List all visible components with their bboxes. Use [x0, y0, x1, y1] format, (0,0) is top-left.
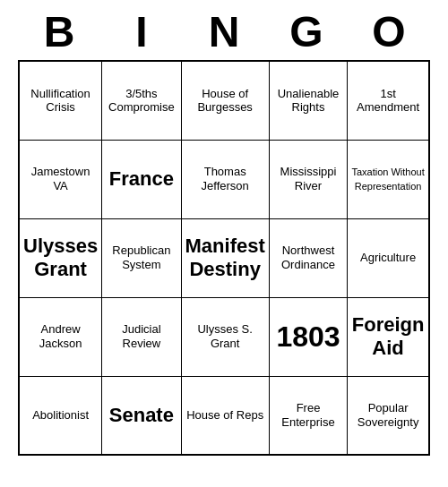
- cell-r4-c4: Popular Sovereignty: [348, 376, 429, 455]
- cell-r4-c3: Free Enterprise: [269, 376, 347, 455]
- cell-r1-c3: Mississippi River: [269, 140, 347, 218]
- cell-r2-c2: Manifest Destiny: [181, 218, 269, 297]
- cell-r0-c3: Unalienable Rights: [269, 61, 347, 140]
- cell-r0-c0: Nullification Crisis: [19, 61, 102, 140]
- letter-b: B: [23, 7, 95, 56]
- cell-r4-c2: House of Reps: [181, 376, 269, 455]
- cell-r0-c4: 1st Amendment: [348, 61, 429, 140]
- cell-r0-c1: 3/5ths Compromise: [102, 61, 181, 140]
- cell-r3-c0: Andrew Jackson: [19, 297, 102, 376]
- cell-r0-c2: House of Burgesses: [181, 61, 269, 140]
- cell-r4-c0: Abolitionist: [19, 376, 102, 455]
- cell-r2-c4: Agriculture: [348, 218, 429, 297]
- cell-r2-c1: Republican System: [102, 218, 181, 297]
- letter-o: O: [353, 7, 425, 56]
- cell-r3-c2: Ulysses S. Grant: [181, 297, 269, 376]
- cell-r4-c1: Senate: [102, 376, 181, 455]
- cell-r1-c4: Taxation Without Representation: [348, 140, 429, 218]
- cell-r2-c0: Ulysses Grant: [19, 218, 102, 297]
- cell-r1-c2: Thomas Jefferson: [181, 140, 269, 218]
- bingo-grid: Nullification Crisis3/5ths CompromiseHou…: [18, 60, 430, 456]
- cell-r1-c0: Jamestown VA: [19, 140, 102, 218]
- cell-r3-c3: 1803: [269, 297, 347, 376]
- bingo-title: B I N G O: [18, 0, 430, 60]
- letter-n: N: [188, 7, 260, 56]
- letter-i: I: [106, 7, 177, 56]
- cell-r3-c1: Judicial Review: [102, 297, 181, 376]
- letter-g: G: [271, 7, 342, 56]
- cell-r2-c3: Northwest Ordinance: [269, 218, 347, 297]
- cell-r3-c4: Foreign Aid: [348, 297, 429, 376]
- cell-r1-c1: France: [102, 140, 181, 218]
